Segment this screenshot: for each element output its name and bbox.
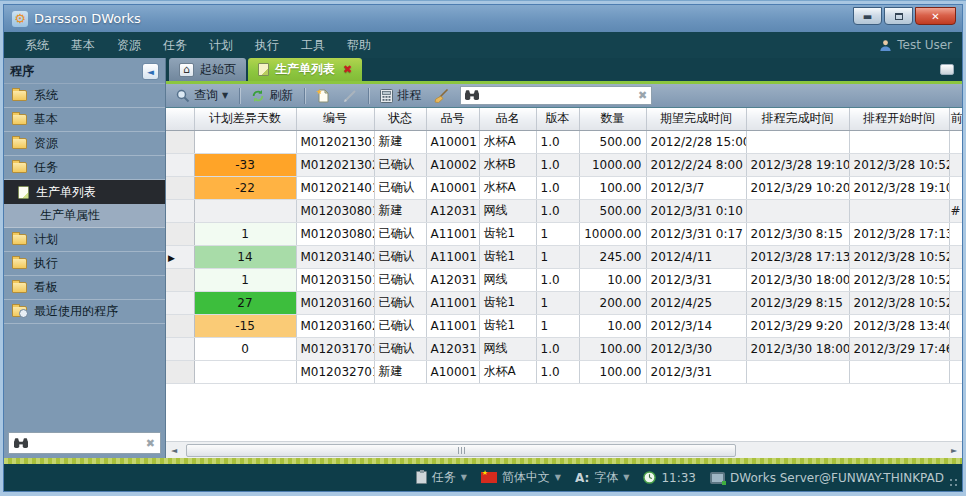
column-header[interactable]: 版本 [536, 108, 579, 130]
table-row[interactable]: 1M012030802已确认A11001齿轮1110000.002012/3/3… [166, 222, 962, 245]
column-header[interactable]: 状态 [374, 108, 426, 130]
tab-label: 生产单列表 [275, 61, 335, 78]
tab-生产单列表[interactable]: 生产单列表✖ [248, 58, 362, 81]
sidebar-item[interactable]: 看板 [4, 276, 165, 300]
cell-version: 1.0 [536, 199, 579, 222]
toolbar-search-clear-icon[interactable]: ✖ [638, 89, 647, 102]
table-row[interactable]: ▶14M012031402已确认A11001齿轮11245.002012/4/1… [166, 245, 962, 268]
cell-item-name: 网线 [479, 337, 536, 360]
table-row[interactable]: M012030801新建A12031网线1.0500.002012/3/31 0… [166, 199, 962, 222]
sidebar-item[interactable]: 执行 [4, 252, 165, 276]
tab-close-icon[interactable]: ✖ [343, 63, 352, 76]
table-row[interactable]: -22M012021401已确认A10001水杯A1.0100.002012/3… [166, 176, 962, 199]
column-header[interactable]: 品号 [426, 108, 479, 130]
sidebar-item[interactable]: 资源 [4, 132, 165, 156]
table-row[interactable]: 27M012031601已确认A11001齿轮11200.002012/4/25… [166, 291, 962, 314]
table-row[interactable]: -33M012021302已确认A10002水杯B1.01000.002012/… [166, 153, 962, 176]
sidebar-item[interactable]: 最近使用的程序 [4, 300, 165, 324]
schedule-label: 排程 [397, 87, 421, 104]
cell-plan-diff-days: 14 [194, 245, 296, 268]
menu-item-2[interactable]: 基本 [60, 33, 106, 58]
sidebar-item-label: 资源 [34, 135, 58, 152]
column-header[interactable]: 编号 [296, 108, 374, 130]
table-row[interactable]: M012032701新建A10001水杯A1.0100.002012/3/31 [166, 360, 962, 383]
menu-item-3[interactable]: 资源 [106, 33, 152, 58]
cell-quantity: 500.00 [579, 130, 646, 153]
cell-schedule-finish-time: 2012/3/28 19:10 [746, 153, 849, 176]
status-language-menu[interactable]: 简体中文 ▼ [481, 469, 561, 486]
edit-button[interactable] [339, 87, 361, 105]
sidebar-item[interactable]: 生产单属性 [4, 204, 165, 228]
scrollbar-thumb[interactable] [186, 444, 736, 457]
status-clock[interactable]: 11:33 [643, 471, 696, 485]
sidebar-item[interactable]: 系统 [4, 84, 165, 108]
sidebar-search-clear-icon[interactable]: ✖ [146, 437, 155, 450]
table-row[interactable]: 1M012031501已确认A12031网线1.010.002012/3/312… [166, 268, 962, 291]
cell-item-name: 水杯A [479, 130, 536, 153]
maximize-button[interactable] [884, 7, 913, 25]
sidebar-item[interactable]: 计划 [4, 228, 165, 252]
cell-quantity: 1000.00 [579, 153, 646, 176]
cell-schedule-finish-time: 2012/3/30 18:00 [746, 268, 849, 291]
menu-item-5[interactable]: 计划 [198, 33, 244, 58]
column-header-clipped[interactable]: 前 [949, 108, 962, 130]
schedule-button[interactable]: 排程 [376, 85, 425, 106]
minimize-button[interactable]: ▬ [853, 7, 882, 25]
column-header[interactable]: 数量 [579, 108, 646, 130]
folder-icon [12, 282, 27, 293]
broom-icon [434, 89, 449, 103]
status-task-menu[interactable]: 任务 ▼ [416, 469, 467, 486]
cell-plan-diff-days: -15 [194, 314, 296, 337]
query-button[interactable]: 查询 ▼ [172, 85, 232, 106]
row-selector [166, 360, 194, 383]
sidebar-item[interactable]: 生产单列表 [4, 180, 165, 204]
close-button[interactable]: ✕ [915, 7, 956, 25]
new-button[interactable] [312, 86, 334, 105]
sidebar-item-label: 看板 [34, 279, 58, 296]
cell-schedule-start-time: 2012/3/29 17:46 [849, 337, 949, 360]
menu-item-4[interactable]: 任务 [152, 33, 198, 58]
table-row[interactable]: -15M012031602已确认A11001齿轮1110.002012/3/14… [166, 314, 962, 337]
clean-button[interactable] [430, 87, 453, 105]
sidebar-item[interactable]: 基本 [4, 108, 165, 132]
sidebar-search-box: ✖ [8, 432, 161, 454]
chevron-down-icon: ▼ [555, 473, 561, 482]
table-row[interactable]: 0M012031701已确认A12031网线1.0100.002012/3/30… [166, 337, 962, 360]
folder-icon [12, 234, 27, 245]
clock-icon [643, 471, 656, 484]
chevron-down-icon: ▼ [623, 473, 629, 482]
menu-item-6[interactable]: 执行 [244, 33, 290, 58]
status-font-menu[interactable]: A: 字体 ▼ [575, 469, 629, 486]
cell-clipped [949, 245, 962, 268]
cell-plan-diff-days: 0 [194, 337, 296, 360]
menu-item-8[interactable]: 帮助 [336, 33, 382, 58]
menu-item-7[interactable]: 工具 [290, 33, 336, 58]
cell-expected-finish-time: 2012/3/31 [646, 360, 746, 383]
column-header[interactable]: 排程完成时间 [746, 108, 849, 130]
folder-icon [12, 162, 27, 173]
table-row[interactable]: M012021301新建A10001水杯A1.0500.002012/2/28 … [166, 130, 962, 153]
column-header[interactable]: 品名 [479, 108, 536, 130]
horizontal-scrollbar[interactable]: ◄ ► [166, 441, 962, 458]
scroll-right-icon[interactable]: ► [946, 443, 962, 458]
float-window-icon[interactable] [940, 64, 954, 75]
tab-起始页[interactable]: ⌂起始页 [169, 58, 246, 81]
resize-grip[interactable] [949, 478, 959, 488]
sidebar-item[interactable]: 任务 [4, 156, 165, 180]
user-badge[interactable]: Test User [879, 38, 952, 52]
column-header[interactable]: 期望完成时间 [646, 108, 746, 130]
row-selector [166, 176, 194, 199]
row-selector-header[interactable] [166, 108, 194, 130]
query-dropdown-icon[interactable]: ▼ [222, 91, 228, 100]
row-selector [166, 337, 194, 360]
sidebar-collapse-button[interactable]: ◄ [142, 63, 159, 80]
cell-clipped: # [949, 199, 962, 222]
toolbar-search-input[interactable] [483, 89, 634, 103]
sidebar-search-input[interactable] [33, 436, 141, 450]
column-header[interactable]: 计划差异天数 [194, 108, 296, 130]
column-header[interactable]: 排程开始时间 [849, 108, 949, 130]
refresh-button[interactable]: 刷新 [247, 85, 297, 106]
scroll-left-icon[interactable]: ◄ [166, 443, 182, 458]
menu-item-1[interactable]: 系统 [14, 33, 60, 58]
status-server[interactable]: DWorks Server@FUNWAY-THINKPAD [710, 471, 944, 485]
